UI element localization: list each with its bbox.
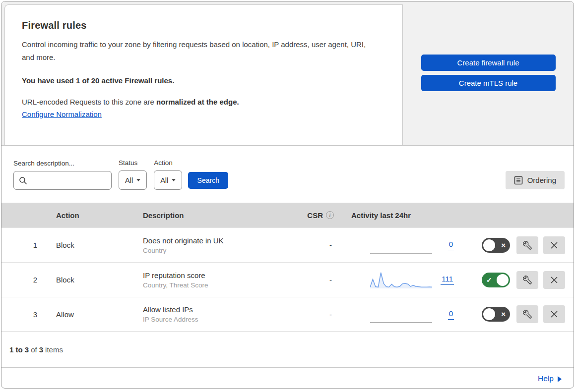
rule-description-cell: Does not originate in UK Country xyxy=(133,236,294,254)
toggle-knob xyxy=(483,239,495,251)
chevron-down-icon xyxy=(136,179,140,181)
info-icon[interactable]: i xyxy=(326,211,334,219)
search-label: Search description... xyxy=(13,160,112,167)
action-filter-group: Action All xyxy=(154,159,182,190)
rule-csr: - xyxy=(294,276,339,284)
table-row: 1 Block Does not originate in UK Country… xyxy=(1,227,574,262)
rule-criteria: Country xyxy=(143,247,294,254)
column-csr: CSR i xyxy=(294,211,339,220)
normalization-note-bold: normalized at the edge. xyxy=(156,98,239,106)
ordering-button[interactable]: Ordering xyxy=(506,171,565,189)
edit-rule-button[interactable] xyxy=(516,271,538,289)
table-header: Action Description CSR i Activity last 2… xyxy=(1,203,574,227)
help-link-label: Help xyxy=(538,374,554,383)
arrow-right-icon xyxy=(558,376,562,382)
usage-summary: You have used 1 of 20 active Firewall ru… xyxy=(22,76,382,85)
column-description: Description xyxy=(133,211,294,220)
rule-controls: × ✓ xyxy=(463,305,574,323)
rule-enabled-toggle[interactable]: × ✓ xyxy=(482,238,510,253)
rule-description-cell: Allow listed IPs IP Source Address xyxy=(133,305,294,323)
rule-priority: 1 xyxy=(1,241,46,249)
close-icon xyxy=(550,310,558,318)
status-select[interactable]: All xyxy=(119,170,147,190)
delete-rule-button[interactable] xyxy=(543,305,565,323)
toggle-knob xyxy=(497,274,509,286)
status-filter-group: Status All xyxy=(119,159,147,190)
rule-enabled-toggle[interactable]: × ✓ xyxy=(482,273,510,287)
pagination-summary: 1 to 3 of 3 items xyxy=(1,332,574,368)
table-row: 3 Allow Allow listed IPs IP Source Addre… xyxy=(1,297,574,332)
activity-sparkline xyxy=(370,235,432,255)
ordering-button-label: Ordering xyxy=(527,176,556,184)
activity-count-link[interactable]: 0 xyxy=(448,309,454,320)
rule-controls: × ✓ xyxy=(463,236,574,254)
help-link[interactable]: Help xyxy=(538,374,562,383)
rule-action: Block xyxy=(46,241,133,249)
rule-description: Does not originate in UK xyxy=(143,236,294,245)
rule-description: Allow listed IPs xyxy=(143,305,294,314)
rule-description: IP reputation score xyxy=(143,271,294,280)
wrench-icon xyxy=(523,310,532,319)
toggle-knob xyxy=(483,308,495,320)
rule-activity-cell: 111 xyxy=(339,270,463,290)
create-mtls-rule-button[interactable]: Create mTLS rule xyxy=(421,75,556,91)
pagination-items: items xyxy=(45,345,63,354)
activity-count-link[interactable]: 0 xyxy=(448,240,454,250)
rule-criteria: Country, Threat Score xyxy=(143,281,294,289)
activity-sparkline xyxy=(370,270,432,290)
rule-action: Block xyxy=(46,276,133,284)
rule-activity-cell: 0 xyxy=(339,304,463,324)
toggle-off-x-icon: × xyxy=(501,241,506,249)
hero-card: Firewall rules Control incoming traffic … xyxy=(4,4,403,145)
delete-rule-button[interactable] xyxy=(543,271,565,289)
ordering-list-icon xyxy=(514,176,523,185)
status-select-value: All xyxy=(125,176,133,184)
status-label: Status xyxy=(119,159,147,167)
hero-actions: Create firewall rule Create mTLS rule xyxy=(403,1,574,145)
search-button[interactable]: Search xyxy=(188,172,228,189)
rule-activity-cell: 0 xyxy=(339,235,463,255)
help-bar: Help xyxy=(1,368,574,389)
search-input[interactable] xyxy=(13,171,112,190)
rule-criteria: IP Source Address xyxy=(143,316,294,323)
activity-sparkline xyxy=(370,304,432,324)
rule-action: Allow xyxy=(46,310,133,319)
rule-priority: 3 xyxy=(1,310,46,319)
pagination-range: 1 to 3 xyxy=(9,345,29,354)
configure-normalization-link[interactable]: Configure Normalization xyxy=(22,110,102,118)
pagination-of: of xyxy=(31,345,37,354)
edit-rule-button[interactable] xyxy=(516,305,538,323)
table-row: 2 Block IP reputation score Country, Thr… xyxy=(1,262,574,297)
toggle-on-check-icon: ✓ xyxy=(486,276,492,283)
toggle-off-x-icon: × xyxy=(501,310,506,318)
rule-description-cell: IP reputation score Country, Threat Scor… xyxy=(133,271,294,289)
create-firewall-rule-button[interactable]: Create firewall rule xyxy=(421,55,556,71)
rule-csr: - xyxy=(294,241,339,249)
edit-rule-button[interactable] xyxy=(516,236,538,254)
normalization-note-prefix: URL-encoded Requests to this zone are xyxy=(22,98,156,106)
activity-count-link[interactable]: 111 xyxy=(441,275,454,285)
rule-csr: - xyxy=(294,310,339,319)
close-icon xyxy=(550,241,558,249)
action-label: Action xyxy=(154,159,182,167)
filter-bar: Search description... Status All Action … xyxy=(1,146,574,203)
page-description: Control incoming traffic to your zone by… xyxy=(22,38,374,64)
rule-enabled-toggle[interactable]: × ✓ xyxy=(482,307,510,322)
action-select-value: All xyxy=(160,176,168,184)
wrench-icon xyxy=(523,276,532,284)
wrench-icon xyxy=(523,241,532,250)
search-field-wrap xyxy=(13,171,112,190)
firewall-rules-panel: Firewall rules Control incoming traffic … xyxy=(1,1,574,389)
search-group: Search description... xyxy=(13,160,112,190)
normalization-note: URL-encoded Requests to this zone are no… xyxy=(22,98,382,106)
delete-rule-button[interactable] xyxy=(543,236,565,254)
hero-section: Firewall rules Control incoming traffic … xyxy=(1,1,574,146)
page-title: Firewall rules xyxy=(22,20,382,31)
rule-controls: × ✓ xyxy=(463,271,574,289)
chevron-down-icon xyxy=(172,179,176,181)
action-select[interactable]: All xyxy=(154,170,182,190)
column-csr-label: CSR xyxy=(307,211,323,220)
column-action: Action xyxy=(46,211,133,220)
pagination-total: 3 xyxy=(39,345,43,354)
rule-priority: 2 xyxy=(1,276,46,284)
